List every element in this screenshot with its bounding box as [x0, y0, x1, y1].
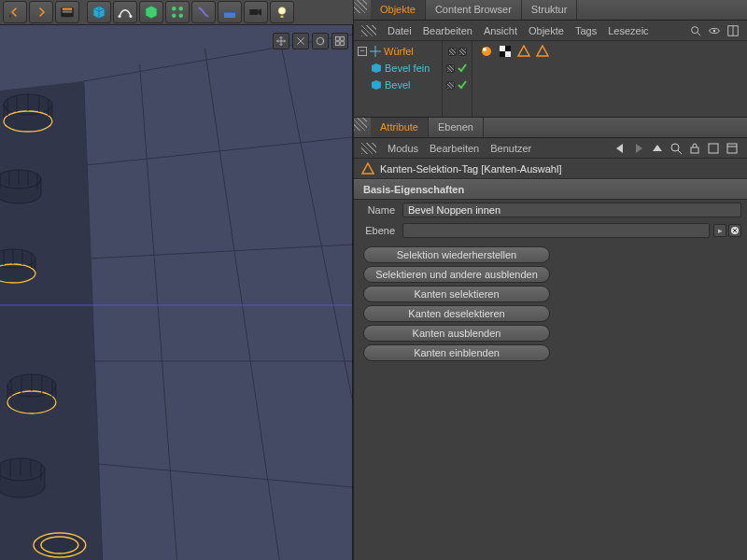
array-button[interactable]: [165, 1, 190, 23]
attribute-header: Kanten-Selektion-Tag [Kanten-Auswahl]: [354, 159, 747, 179]
phong-tag-icon[interactable]: [480, 45, 493, 58]
edge-selection-tag-icon: [361, 162, 374, 175]
menu-objects[interactable]: Objekte: [529, 25, 564, 36]
svg-point-6: [172, 7, 176, 11]
select-edges-button[interactable]: Kanten selektieren: [363, 286, 550, 302]
null-axis-icon: [370, 46, 381, 57]
svg-rect-0: [9, 15, 11, 17]
lock-icon[interactable]: [687, 141, 702, 156]
viewport-rotate-icon[interactable]: [312, 33, 329, 49]
environment-button[interactable]: [218, 1, 242, 23]
maximize-icon[interactable]: [725, 141, 740, 156]
menu-edit[interactable]: Bearbeiten: [430, 143, 479, 154]
menu-edit[interactable]: Bearbeiten: [423, 25, 472, 36]
name-field[interactable]: [402, 203, 741, 217]
tab-attribute[interactable]: Attribute: [371, 118, 429, 137]
undo-button[interactable]: [3, 1, 27, 23]
generator-button[interactable]: [139, 1, 163, 23]
edge-selection-tag-icon[interactable]: [536, 45, 549, 58]
light-button[interactable]: [270, 1, 294, 23]
primitive-cube-button[interactable]: [87, 1, 111, 23]
restore-selection-button[interactable]: Selektion wiederherstellen: [363, 246, 550, 263]
object-row-bevel[interactable]: Bevel: [354, 77, 442, 93]
nav-back-icon[interactable]: [613, 141, 627, 156]
svg-rect-83: [709, 144, 718, 153]
svg-point-75: [482, 47, 491, 56]
menu-bookmarks[interactable]: Lesezeic: [608, 25, 648, 36]
svg-line-68: [698, 32, 701, 35]
toggle-row[interactable]: [443, 43, 472, 60]
search-icon[interactable]: [689, 24, 702, 37]
svg-rect-65: [336, 42, 340, 46]
field-row-name: Name: [354, 200, 747, 220]
svg-rect-82: [691, 147, 698, 153]
visibility-toggles: [443, 41, 472, 117]
svg-point-67: [692, 26, 698, 33]
cube-icon: [371, 63, 382, 74]
object-tree: − Würfel Bevel fein Bevel: [354, 41, 443, 117]
perspective-viewport[interactable]: [0, 25, 353, 560]
expand-icon[interactable]: [726, 24, 740, 37]
deselect-edges-button[interactable]: Kanten deselektieren: [363, 305, 550, 322]
right-side-panels: Objekte Content Browser Struktur Datei B…: [353, 0, 747, 560]
object-manager-menubar: Datei Bearbeiten Ansicht Objekte Tags Le…: [354, 21, 747, 41]
show-edges-button[interactable]: Kanten einblenden: [363, 344, 550, 361]
svg-rect-78: [500, 46, 505, 51]
panel-grip-icon[interactable]: [354, 118, 367, 131]
svg-rect-63: [336, 37, 340, 41]
menu-tags[interactable]: Tags: [575, 25, 597, 36]
name-label: Name: [359, 204, 402, 216]
attribute-manager-tabs: Attribute Ebenen: [354, 118, 747, 138]
tags-column: [472, 41, 747, 117]
layer-field[interactable]: [402, 223, 710, 238]
svg-rect-11: [223, 11, 236, 13]
camera-button[interactable]: [244, 1, 268, 23]
texture-tag-icon[interactable]: [499, 45, 512, 58]
svg-point-9: [179, 14, 184, 19]
viewport-maximize-icon[interactable]: [331, 33, 348, 49]
redo-button[interactable]: [29, 1, 53, 23]
eye-icon[interactable]: [708, 24, 721, 37]
object-row-bevel-fein[interactable]: Bevel fein: [354, 60, 442, 77]
svg-point-80: [671, 144, 679, 151]
svg-rect-79: [505, 51, 511, 57]
animation-button[interactable]: [55, 1, 79, 23]
edge-selection-tag-icon[interactable]: [517, 45, 530, 58]
svg-rect-3: [63, 11, 73, 13]
object-row-wuerfel[interactable]: − Würfel: [354, 43, 442, 60]
nav-up-icon[interactable]: [650, 141, 665, 156]
layer-picker-icon[interactable]: ▸: [713, 224, 726, 237]
collapse-toggle-icon[interactable]: −: [358, 47, 367, 56]
viewport-move-icon[interactable]: [273, 33, 289, 49]
panel-grip-icon[interactable]: [354, 0, 367, 13]
attribute-action-buttons: Selektion wiederherstellen Selektieren u…: [354, 241, 747, 367]
toggle-row[interactable]: [443, 60, 472, 77]
layer-clear-icon[interactable]: [728, 224, 741, 237]
menu-user[interactable]: Benutzer: [490, 143, 531, 154]
menu-view[interactable]: Ansicht: [484, 25, 517, 36]
menu-mode[interactable]: Modus: [388, 143, 418, 154]
toggle-row[interactable]: [443, 77, 472, 93]
svg-point-8: [172, 14, 176, 19]
menubar-grip-icon[interactable]: [361, 25, 376, 36]
svg-rect-2: [63, 8, 73, 10]
deformer-button[interactable]: [191, 1, 216, 23]
viewport-zoom-icon[interactable]: [292, 33, 309, 49]
hide-edges-button[interactable]: Kanten ausblenden: [363, 325, 550, 342]
new-window-icon[interactable]: [706, 141, 721, 156]
tab-content-browser[interactable]: Content Browser: [426, 0, 522, 20]
menu-file[interactable]: Datei: [388, 25, 412, 36]
tab-structure[interactable]: Struktur: [522, 0, 578, 20]
svg-point-76: [483, 48, 486, 51]
nav-fwd-icon[interactable]: [631, 141, 646, 156]
spline-pen-button[interactable]: [113, 1, 137, 23]
tab-objects[interactable]: Objekte: [371, 0, 426, 20]
svg-line-81: [678, 150, 682, 154]
menubar-grip-icon[interactable]: [361, 143, 376, 154]
select-hide-others-button[interactable]: Selektieren und andere ausblenden: [363, 266, 550, 283]
layer-label: Ebene: [359, 225, 402, 236]
svg-point-62: [317, 37, 324, 45]
svg-rect-66: [341, 42, 345, 46]
tab-layers[interactable]: Ebenen: [429, 118, 484, 137]
nav-search-icon[interactable]: [669, 141, 684, 156]
